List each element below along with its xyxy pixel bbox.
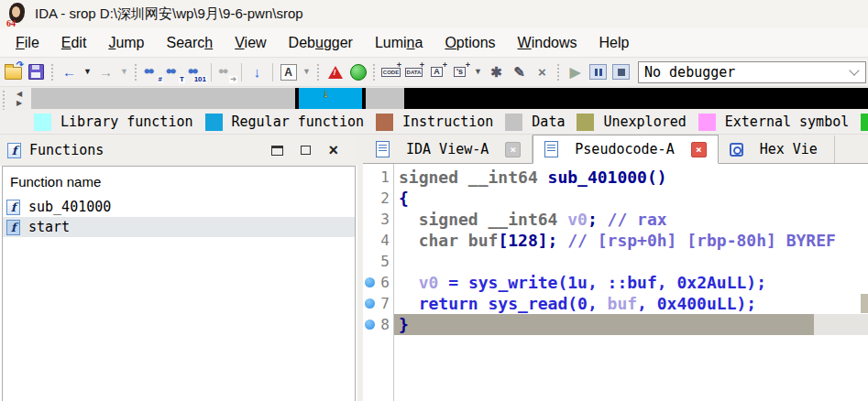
- navband-regular-code-segment[interactable]: [31, 88, 295, 109]
- tab-hex-vie[interactable]: Hex Vie: [719, 135, 835, 163]
- address-marker-dot: [365, 277, 375, 287]
- code-line-text: [394, 251, 868, 272]
- navband-function-segment[interactable]: [299, 88, 362, 109]
- line-number: 8: [376, 316, 390, 333]
- code-line-5[interactable]: 5: [363, 251, 868, 272]
- address-marker-dot: [365, 298, 375, 309]
- code-line-2[interactable]: 2{: [363, 188, 868, 209]
- address-marker-dot: [365, 320, 375, 330]
- open-file-button[interactable]: [2, 61, 25, 83]
- toolbar-separator: [241, 63, 242, 81]
- code-line-7[interactable]: 7 return sys_read(0, buf, 0x400uLL);: [363, 293, 868, 314]
- lumina-button[interactable]: [346, 61, 369, 83]
- panel-float-icon[interactable]: [301, 146, 311, 155]
- menu-search[interactable]: Search: [158, 31, 223, 55]
- text-representation-button[interactable]: A: [277, 61, 300, 83]
- navband-unexplored-segment[interactable]: [404, 88, 868, 109]
- delete-button[interactable]: ×: [531, 61, 554, 83]
- search-binary-button[interactable]: ●●101: [185, 62, 207, 82]
- rename-button[interactable]: A+: [425, 61, 448, 83]
- code-line-4[interactable]: 4 char buf[128]; // [rsp+0h] [rbp-80h] B…: [363, 230, 868, 251]
- line-number: 6: [376, 274, 390, 291]
- menu-help[interactable]: Help: [589, 31, 638, 55]
- create-data-button[interactable]: DATA+: [402, 61, 425, 83]
- line-number: 4: [376, 232, 390, 249]
- create-struct-button[interactable]: ✱: [485, 61, 508, 83]
- debugger-combo[interactable]: No debugger: [638, 61, 866, 83]
- legend-swatch-library-function: [34, 114, 51, 131]
- code-line-1[interactable]: 1signed __int64 sub_401000(): [363, 167, 868, 188]
- toolbar-grip: [315, 62, 322, 82]
- line-number: 3: [376, 211, 390, 228]
- code-line-3[interactable]: 3 signed __int64 v0; // rax: [363, 209, 868, 230]
- menu-bar: FileEditJumpSearchViewDebuggerLuminaOpti…: [0, 28, 868, 57]
- function-row-start[interactable]: fstart: [3, 217, 355, 237]
- menu-view[interactable]: View: [225, 31, 275, 55]
- search-next-button[interactable]: ●●➔: [215, 62, 237, 82]
- navigate-forward-button[interactable]: →: [94, 61, 117, 83]
- tab-pseudocode-a-close-icon[interactable]: ×: [691, 142, 707, 157]
- legend-label-external-symbol: External symbol: [725, 114, 849, 130]
- legend-bar: Library functionRegular functionInstruct…: [0, 110, 868, 135]
- menu-lumina[interactable]: Lumina: [366, 31, 433, 55]
- menu-jump[interactable]: Jump: [99, 31, 153, 55]
- line-number: 2: [376, 190, 390, 207]
- function-row-sub_401000[interactable]: fsub_401000: [3, 197, 355, 217]
- function-name-column-header[interactable]: Function name: [3, 167, 355, 197]
- view-tab-bar: IDA View-A×Pseudocode-A×Hex Vie: [363, 135, 868, 164]
- navigate-back-dropdown[interactable]: ▼: [81, 61, 94, 83]
- jump-to-address-button[interactable]: ↓: [246, 61, 269, 83]
- menu-edit[interactable]: Edit: [52, 31, 96, 55]
- current-position-arrow: ↓: [323, 87, 329, 99]
- functions-panel-title: Functions: [29, 142, 271, 158]
- code-line-text: }: [394, 314, 868, 335]
- debugger-start-button[interactable]: ▶: [564, 61, 587, 83]
- navigate-forward-dropdown[interactable]: ▼: [117, 61, 131, 83]
- code-line-6[interactable]: 6 v0 = sys_write(1u, ::buf, 0x2AuLL);: [363, 272, 868, 293]
- toolbar-grip: [133, 62, 139, 82]
- code-line-8[interactable]: 8}: [363, 314, 868, 335]
- create-string-button[interactable]: 's+: [448, 61, 471, 83]
- combo-dropdown-icon[interactable]: [849, 65, 859, 75]
- legend-library-function: Library function: [34, 114, 193, 131]
- functions-panel-titlebar: f Functions ×: [0, 135, 357, 166]
- create-code-button[interactable]: CODE+: [379, 61, 402, 83]
- search-text-button[interactable]: ●●T: [163, 62, 185, 82]
- hex-view-icon: [730, 143, 743, 157]
- navband-scroll-arrows[interactable]: ◀▶: [7, 87, 31, 110]
- navband-left-arrow-icon[interactable]: ◀: [16, 90, 22, 99]
- navigation-band[interactable]: ↓: [31, 88, 868, 109]
- function-icon: f: [6, 200, 20, 215]
- problems-button[interactable]: [324, 61, 346, 83]
- menu-file[interactable]: File: [6, 31, 49, 55]
- line-number: 5: [376, 253, 390, 270]
- tab-pseudocode-a[interactable]: Pseudocode-A×: [533, 135, 718, 164]
- legend-swatch-external-symbol: [698, 114, 716, 131]
- window-title: IDA - srop D:\深圳网安\wp\9月\9-6-pwn\srop: [35, 5, 303, 23]
- functions-list: Function name fsub_401000fstart: [2, 166, 356, 401]
- debugger-combo-value: No debugger: [639, 64, 851, 81]
- string-type-dropdown[interactable]: ▼: [471, 61, 485, 83]
- tab-ida-view-a[interactable]: IDA View-A×: [365, 135, 533, 163]
- edit-button[interactable]: ✎: [508, 61, 531, 83]
- legend-swatch-lumina-function: [861, 114, 868, 131]
- menu-debugger[interactable]: Debugger: [280, 31, 362, 55]
- pseudocode-view[interactable]: 1signed __int64 sub_401000()2{3 signed _…: [363, 164, 868, 401]
- panel-close-icon[interactable]: ×: [328, 142, 338, 158]
- function-name: sub_401000: [28, 199, 111, 215]
- search-immediate-button[interactable]: ●●#: [141, 62, 163, 82]
- menu-options[interactable]: Options: [435, 31, 504, 55]
- menu-windows[interactable]: Windows: [509, 31, 587, 55]
- debugger-stop-button[interactable]: [610, 61, 632, 83]
- tab-ida-view-a-close-icon[interactable]: ×: [505, 142, 521, 157]
- save-button[interactable]: [25, 61, 48, 83]
- line-number: 7: [376, 295, 390, 312]
- navband-right-arrow-icon[interactable]: ▶: [16, 99, 22, 108]
- debugger-pause-button[interactable]: [587, 61, 610, 83]
- text-representation-dropdown[interactable]: ▼: [300, 61, 313, 83]
- navband-data-segment[interactable]: [366, 88, 404, 109]
- navigate-back-button[interactable]: ←: [58, 61, 81, 83]
- functions-panel: f Functions × Function name fsub_401000f…: [0, 135, 357, 401]
- panel-maximize-icon[interactable]: [271, 146, 283, 156]
- legend-label-unexplored: Unexplored: [603, 114, 686, 130]
